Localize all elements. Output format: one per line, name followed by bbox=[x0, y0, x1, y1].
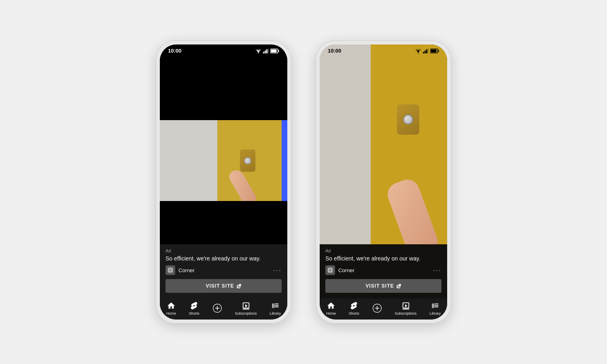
svg-rect-4 bbox=[263, 52, 264, 53]
svg-point-20 bbox=[418, 52, 418, 53]
svg-rect-21 bbox=[423, 52, 424, 53]
nav-library-label-2: Library bbox=[430, 311, 441, 315]
library-svg-2 bbox=[431, 301, 439, 310]
svg-marker-2 bbox=[255, 49, 261, 53]
nav-shorts-1[interactable]: Shorts bbox=[189, 301, 200, 315]
large-scene bbox=[320, 44, 447, 244]
nav-library-1[interactable]: Library bbox=[270, 301, 281, 315]
create-icon-1 bbox=[212, 303, 222, 313]
svg-rect-23 bbox=[426, 49, 427, 53]
create-svg-1 bbox=[212, 302, 222, 314]
channel-name-2: Corner bbox=[338, 267, 354, 273]
video-area-1 bbox=[160, 55, 287, 244]
channel-info-1: Corner bbox=[166, 265, 195, 275]
signal-icon-2 bbox=[423, 49, 429, 53]
channel-name-1: Corner bbox=[178, 267, 195, 273]
create-svg-2 bbox=[372, 302, 382, 314]
battery-icon bbox=[270, 49, 279, 53]
nav-subs-label-2: Subscriptions bbox=[395, 311, 417, 315]
subscriptions-svg-2 bbox=[401, 301, 410, 310]
doorbell-scene-1 bbox=[160, 120, 287, 201]
svg-rect-5 bbox=[265, 51, 266, 53]
channel-icon-1 bbox=[166, 265, 175, 275]
more-options-2[interactable]: ··· bbox=[433, 266, 441, 275]
ad-title-1: So efficient, we're already on our way. bbox=[166, 255, 282, 262]
visit-site-label-1: VISIT SITE bbox=[206, 283, 234, 289]
svg-rect-24 bbox=[428, 49, 429, 53]
status-icons-2 bbox=[415, 49, 439, 53]
nav-library-2[interactable]: Library bbox=[430, 301, 441, 315]
bottom-nav-2: Home Shorts bbox=[320, 298, 447, 320]
nav-library-label-1: Library bbox=[270, 311, 281, 315]
library-icon-2 bbox=[430, 301, 440, 311]
ad-label-1: Ad bbox=[166, 248, 282, 253]
nav-shorts-label-2: Shorts bbox=[349, 311, 359, 315]
visit-site-label-2: VISIT SITE bbox=[365, 283, 394, 289]
create-icon-2 bbox=[372, 303, 382, 313]
svg-point-3 bbox=[258, 52, 259, 53]
home-icon-1 bbox=[166, 301, 176, 311]
ad-overlay-2: Ad So efficient, we're already on our wa… bbox=[320, 244, 447, 298]
nav-create-1[interactable] bbox=[212, 303, 222, 313]
shorts-svg-1 bbox=[190, 301, 199, 310]
ad-channel-2: Corner ··· bbox=[325, 265, 441, 275]
external-link-icon-1 bbox=[237, 284, 242, 288]
time-2: 10:00 bbox=[328, 48, 341, 54]
bottom-nav-1: Home Shorts bbox=[160, 298, 287, 320]
nav-home-label-2: Home bbox=[326, 311, 336, 315]
corner-logo-icon-2 bbox=[327, 267, 333, 273]
corner-logo-icon bbox=[168, 267, 173, 273]
svg-rect-27 bbox=[431, 49, 437, 52]
status-icons-1 bbox=[255, 49, 279, 53]
visit-site-button-1[interactable]: VISIT SITE bbox=[166, 279, 282, 293]
large-doorbell bbox=[397, 104, 419, 135]
svg-rect-7 bbox=[268, 49, 269, 53]
home-icon-2 bbox=[326, 301, 336, 311]
shorts-icon-1 bbox=[189, 301, 199, 311]
ad-label-2: Ad bbox=[325, 248, 441, 253]
wifi-icon bbox=[255, 49, 261, 53]
channel-icon-2 bbox=[325, 265, 335, 275]
more-options-1[interactable]: ··· bbox=[273, 266, 282, 275]
status-bar-2: 10:00 bbox=[320, 44, 447, 55]
svg-marker-19 bbox=[415, 49, 421, 53]
wifi-icon-2 bbox=[415, 49, 421, 53]
svg-rect-26 bbox=[438, 50, 439, 52]
ad-channel-1: Corner ··· bbox=[166, 265, 282, 275]
svg-rect-6 bbox=[266, 49, 267, 53]
nav-home-2[interactable]: Home bbox=[326, 301, 336, 315]
nav-create-2[interactable] bbox=[372, 303, 382, 313]
subscriptions-icon-2 bbox=[401, 301, 411, 311]
nav-home-label-1: Home bbox=[166, 311, 176, 315]
phone-2-content: 10:00 bbox=[320, 44, 447, 320]
status-bar-1: 10:00 bbox=[160, 44, 287, 55]
ad-title-2: So efficient, we're already on our way. bbox=[325, 255, 441, 262]
signal-icon bbox=[263, 49, 269, 53]
shorts-svg-2 bbox=[350, 301, 359, 310]
phone-2-screen: 10:00 bbox=[320, 44, 447, 320]
nav-shorts-2[interactable]: Shorts bbox=[349, 301, 359, 315]
time-1: 10:00 bbox=[168, 48, 181, 54]
battery-icon-2 bbox=[430, 49, 439, 53]
svg-rect-9 bbox=[278, 50, 279, 52]
shorts-icon-2 bbox=[349, 301, 359, 311]
nav-shorts-label-1: Shorts bbox=[189, 311, 200, 315]
subscriptions-icon-1 bbox=[241, 301, 251, 311]
ad-overlay-1: Ad So efficient, we're already on our wa… bbox=[160, 244, 287, 298]
nav-subscriptions-2[interactable]: Subscriptions bbox=[395, 301, 417, 315]
svg-rect-10 bbox=[271, 49, 277, 52]
phone-1-screen: 10:00 bbox=[160, 44, 287, 320]
doorbell-1 bbox=[240, 150, 255, 172]
nav-subscriptions-1[interactable]: Subscriptions bbox=[235, 301, 257, 315]
channel-info-2: Corner bbox=[325, 265, 354, 275]
phone-1: 10:00 bbox=[156, 40, 291, 324]
nav-home-1[interactable]: Home bbox=[166, 301, 176, 315]
library-svg-1 bbox=[271, 301, 280, 310]
phone-2: 10:00 bbox=[316, 40, 451, 324]
visit-site-button-2[interactable]: VISIT SITE bbox=[325, 279, 441, 293]
svg-rect-22 bbox=[424, 51, 426, 53]
library-icon-1 bbox=[270, 301, 280, 311]
subscriptions-svg-1 bbox=[242, 301, 250, 310]
external-link-icon-2 bbox=[397, 284, 401, 288]
nav-subs-label-1: Subscriptions bbox=[235, 311, 257, 315]
